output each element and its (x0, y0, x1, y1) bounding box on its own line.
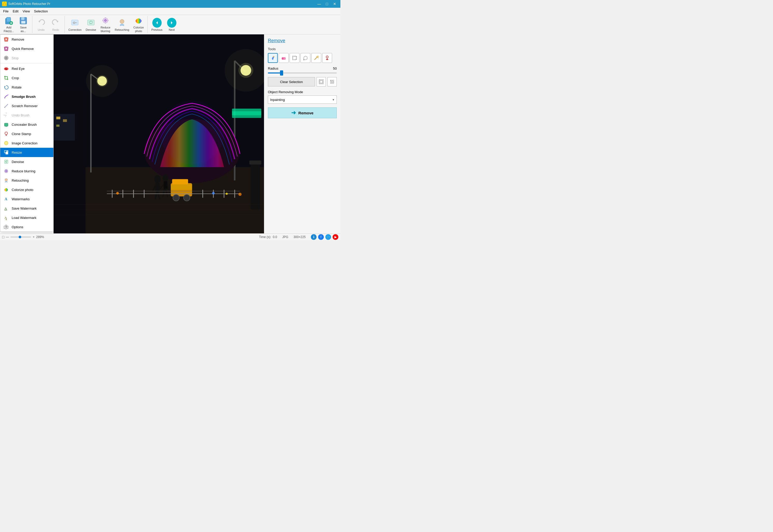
social-icons: ℹ f 🐦 ▶ (311, 234, 338, 240)
shrink-selection-icon (330, 79, 335, 84)
stamp-tool-button[interactable] (322, 53, 332, 63)
dimensions-label: 300×225 (294, 235, 306, 239)
menu-file[interactable]: File (1, 8, 11, 14)
menu-item-red-eye[interactable]: Red Eye (0, 64, 53, 73)
svg-line-92 (159, 186, 159, 192)
svg-point-62 (6, 162, 7, 163)
facebook-icon[interactable]: f (318, 234, 324, 240)
svg-line-138 (319, 57, 319, 57)
add-file-icon (4, 16, 13, 25)
redo-icon (51, 18, 60, 27)
zoom-slider[interactable] (10, 237, 31, 238)
menu-item-concealer-brush[interactable]: Concealer Brush (0, 120, 53, 129)
redo-button[interactable]: Redo (49, 16, 62, 33)
colorize-button[interactable]: Colorizephoto (132, 16, 145, 33)
menu-view[interactable]: View (20, 8, 32, 14)
brush-tool-button[interactable] (268, 53, 278, 63)
denoise-label: Denoise (86, 28, 96, 31)
undo-icon (36, 18, 46, 27)
menu-item-image-correction[interactable]: Image Correction (0, 138, 53, 148)
youtube-icon[interactable]: ▶ (333, 234, 338, 240)
colorize-label: Colorizephoto (133, 26, 144, 33)
retouching-label: Retouching (115, 28, 129, 31)
menu-item-rotate[interactable]: Rotate (0, 83, 53, 92)
grow-selection-button[interactable] (317, 77, 326, 86)
separator-1 (0, 63, 53, 63)
menu-selection[interactable]: Selection (32, 8, 50, 14)
previous-button[interactable]: Previous (150, 16, 164, 33)
zoom-thumb[interactable] (19, 236, 21, 238)
rect-select-button[interactable] (290, 53, 300, 63)
svg-line-139 (318, 58, 319, 58)
minimize-button[interactable]: — (316, 0, 323, 8)
svg-point-127 (160, 101, 224, 165)
menu-item-clone-stamp[interactable]: Clone Stamp (0, 129, 53, 138)
info-icon[interactable]: ℹ (311, 234, 317, 240)
status-rect-icon: □ (2, 235, 4, 239)
correction-icon (70, 18, 79, 27)
menu-item-scratch-remover[interactable]: Scratch Remover (0, 101, 53, 110)
save-as-button[interactable]: Saveas... (17, 16, 30, 33)
menu-item-colorize-photo[interactable]: Colorize photo (0, 185, 53, 194)
menu-edit[interactable]: Edit (11, 8, 20, 14)
menu-item-resize[interactable]: Resize (0, 148, 53, 157)
menu-stop-label: Stop (12, 56, 19, 60)
menu-item-quick-remove[interactable]: Quick Remove (0, 44, 53, 53)
remove-button[interactable]: ➜ Remove (268, 107, 337, 118)
menu-item-smudge-brush[interactable]: Smudge Brush (0, 92, 53, 101)
clear-selection-button[interactable]: Clear Selection (268, 77, 315, 86)
menu-item-save-watermark[interactable]: A Save Watermark (0, 204, 53, 213)
menu-item-reduce-blurring[interactable]: Reduce blurring (0, 166, 53, 176)
image-correction-icon (3, 140, 9, 146)
photo-canvas[interactable] (54, 34, 264, 233)
menu-item-undo-brush: Undo Brush (0, 110, 53, 120)
wand-tool-button[interactable] (311, 53, 321, 63)
wand-icon (314, 55, 319, 61)
maximize-button[interactable]: □ (323, 0, 331, 8)
toolbar: AddFile(s)... Saveas... Undo (0, 15, 340, 34)
menu-item-denoise[interactable]: Denoise (0, 157, 53, 166)
lasso-icon (303, 55, 308, 61)
lasso-tool-button[interactable] (301, 53, 310, 63)
stop-icon (3, 55, 9, 61)
twitter-icon[interactable]: 🐦 (325, 234, 331, 240)
menu-denoise-label: Denoise (12, 160, 24, 164)
menu-remove-label: Remove (12, 38, 24, 41)
menu-item-retouching[interactable]: Retouching (0, 176, 53, 185)
menu-item-crop[interactable]: Crop (0, 73, 53, 83)
mode-select[interactable]: Inpainting Content-Aware Clone (268, 95, 337, 104)
menu-item-watermarks[interactable]: A Watermarks (0, 194, 53, 204)
window-controls: — □ ✕ (316, 0, 338, 8)
next-button[interactable]: Next (165, 16, 178, 33)
menu-item-load-watermark[interactable]: A Load Watermark (0, 213, 53, 222)
menu-item-remove[interactable]: Remove (0, 35, 53, 44)
svg-rect-88 (232, 111, 261, 115)
eraser-icon (281, 55, 287, 61)
menu-retouching-label: Retouching (12, 179, 29, 182)
menu-concealer-label: Concealer Brush (12, 123, 37, 127)
reduce-blur-button[interactable]: Reduceblurring (99, 16, 112, 33)
tools-label: Tools (268, 47, 337, 51)
crop-icon (3, 75, 9, 81)
close-button[interactable]: ✕ (331, 0, 338, 8)
eraser-tool-button[interactable] (279, 53, 289, 63)
radius-slider-track[interactable] (268, 72, 337, 73)
toolbar-tools-group: Correction Denoise (67, 16, 148, 33)
svg-point-103 (173, 195, 179, 201)
format-label: JPG (282, 235, 288, 239)
shrink-selection-button[interactable] (327, 77, 337, 86)
menu-item-options[interactable]: Options (0, 222, 53, 232)
denoise-button[interactable]: Denoise (84, 16, 98, 33)
undo-button[interactable]: Undo (34, 16, 48, 33)
menu-red-eye-label: Red Eye (12, 67, 25, 71)
svg-point-95 (162, 174, 168, 181)
save-as-label: Saveas... (20, 26, 26, 33)
add-file-button[interactable]: AddFile(s)... (2, 16, 16, 33)
correction-button[interactable]: Correction (67, 16, 83, 33)
toolbar-history-group: Undo Redo (34, 16, 65, 33)
radius-slider-thumb[interactable] (280, 70, 283, 76)
status-right: Time (s): 0.0 JPG 300×225 ℹ f 🐦 ▶ (259, 234, 338, 240)
grow-selection-icon (319, 79, 324, 84)
retouching-button[interactable]: Retouching (113, 16, 131, 33)
menu-save-watermark-label: Save Watermark (12, 206, 36, 210)
